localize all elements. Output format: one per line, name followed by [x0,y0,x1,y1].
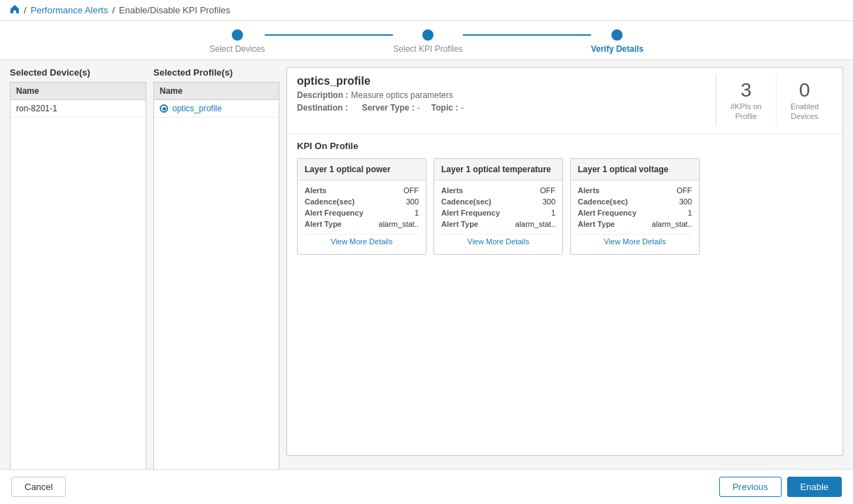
profiles-col-header: Name [154,83,279,100]
kpi-cadence-label-2: Cadence(sec) [578,197,628,206]
step-select-profiles: Select KPI Profiles [393,29,462,54]
kpi-freq-label-1: Alert Frequency [441,209,500,217]
middle-panel-title: Selected Profile(s) [153,67,279,78]
breadcrumb-bar: / Performance Alerts / Enable/Disable KP… [0,0,853,21]
profile-meta: Description : Measure optics parameters [297,90,708,100]
kpi-alerts-val-0: OFF [403,186,419,195]
profile-detail-panel: optics_profile Description : Measure opt… [286,67,843,456]
server-label: Server Type : [362,103,415,113]
kpi-card-title-2: Layer 1 optical voltage [571,159,699,181]
topic-label: Topic : [431,103,458,113]
left-panel-title: Selected Device(s) [10,67,146,78]
kpi-cadence-label-0: Cadence(sec) [305,197,355,206]
previous-button[interactable]: Previous [719,477,782,497]
enable-button[interactable]: Enable [787,477,842,497]
kpi-alerts-label-1: Alerts [441,186,463,195]
kpi-alerts-label-2: Alerts [578,186,599,195]
home-icon[interactable] [10,4,20,16]
kpi-view-more-link-1[interactable]: View More Details [441,234,555,248]
kpis-count: 3 [741,79,752,102]
kpi-cards-container: Layer 1 optical power Alerts OFF Cadence… [297,158,833,255]
step-verify-details: Verify Details [591,29,644,54]
connector-1 [265,34,393,36]
kpi-alerts-label-0: Alerts [305,186,326,195]
kpi-card-body-2: Alerts OFF Cadence(sec) 300 Alert Freque… [571,181,699,254]
stats-box: 3 #KPIs on Profile 0 Enabled Devices [715,75,833,126]
step2-label: Select KPI Profiles [393,44,462,54]
kpi-card-1: Layer 1 optical temperature Alerts OFF C… [434,158,563,255]
dest-label: Destination : [297,103,348,113]
selected-profiles-panel: Selected Profile(s) Name optics_profile [153,67,279,456]
kpi-cadence-label-1: Cadence(sec) [441,197,492,206]
kpi-cadence-val-0: 300 [406,197,419,206]
kpi-card-title-1: Layer 1 optical temperature [434,159,562,181]
main-content: Selected Device(s) Name ron-8201-1 Selec… [0,60,853,463]
selected-devices-panel: Selected Device(s) Name ron-8201-1 [10,67,146,456]
step-select-devices: Select Devices [209,29,265,54]
step3-label: Verify Details [591,44,644,54]
server-value: - [417,103,420,113]
devices-col-header: Name [11,83,146,100]
devices-count: 0 [799,79,810,102]
stepper: Select Devices Select KPI Profiles Verif… [0,21,853,60]
profile-info: optics_profile Description : Measure opt… [297,75,708,113]
kpi-freq-label-0: Alert Frequency [305,209,363,217]
profile-header: optics_profile Description : Measure opt… [287,68,842,134]
kpi-card-2: Layer 1 optical voltage Alerts OFF Caden… [570,158,700,255]
profile-detail-name: optics_profile [297,75,708,88]
profile-radio[interactable] [160,104,168,113]
footer-bar: Cancel Previous Enable [0,469,853,504]
topic-value: - [461,103,464,113]
kpi-freq-val-0: 1 [415,209,419,217]
profile-row[interactable]: optics_profile [154,100,279,118]
kpi-type-label-1: Alert Type [441,220,478,228]
desc-value: Measure optics parameters [351,90,452,100]
breadcrumb-current: Enable/Disable KPI Profiles [119,5,230,15]
kpi-freq-label-2: Alert Frequency [578,209,637,217]
kpi-freq-val-1: 1 [551,209,555,217]
kpi-card-body-0: Alerts OFF Cadence(sec) 300 Alert Freque… [298,181,426,254]
kpi-section: KPI On Profile Layer 1 optical power Ale… [287,134,842,455]
kpi-cadence-val-2: 300 [679,197,692,206]
connector-2 [463,34,591,36]
device-row[interactable]: ron-8201-1 [11,100,146,118]
kpi-view-more-link-0[interactable]: View More Details [305,234,419,248]
kpi-cadence-val-1: 300 [543,197,555,206]
kpi-card-0: Layer 1 optical power Alerts OFF Cadence… [297,158,426,255]
breadcrumb-separator-2: / [112,5,115,15]
kpi-view-more-link-2[interactable]: View More Details [578,234,692,248]
kpi-type-val-1: alarm_stat.. [515,220,555,228]
cancel-button[interactable]: Cancel [11,477,66,497]
profiles-table: Name optics_profile [153,82,279,470]
kpi-alerts-val-1: OFF [540,186,555,195]
kpi-type-val-2: alarm_stat.. [652,220,692,228]
breadcrumb-parent[interactable]: Performance Alerts [31,5,109,15]
kpi-type-label-2: Alert Type [578,220,615,228]
profile-name-label: optics_profile [172,104,222,113]
kpi-alerts-val-2: OFF [677,186,692,195]
desc-label: Description : [297,90,348,100]
kpi-type-label-0: Alert Type [305,220,342,228]
devices-table: Name ron-8201-1 [10,82,146,470]
devices-stat-label: Enabled Devices [791,102,819,122]
kpi-freq-val-2: 1 [688,209,692,217]
kpi-card-body-1: Alerts OFF Cadence(sec) 300 Alert Freque… [434,181,562,254]
breadcrumb-separator-1: / [24,5,27,15]
footer-actions: Previous Enable [719,477,842,497]
kpis-stat: 3 #KPIs on Profile [716,75,776,126]
devices-stat: 0 Enabled Devices [776,75,833,126]
kpi-type-val-0: alarm_stat.. [379,220,419,228]
kpi-card-title-0: Layer 1 optical power [298,159,426,181]
profile-meta-2: Destination : Server Type : - Topic : - [297,103,708,113]
kpis-label: #KPIs on Profile [730,102,762,122]
step1-label: Select Devices [209,44,265,54]
kpi-section-title: KPI On Profile [297,141,833,151]
